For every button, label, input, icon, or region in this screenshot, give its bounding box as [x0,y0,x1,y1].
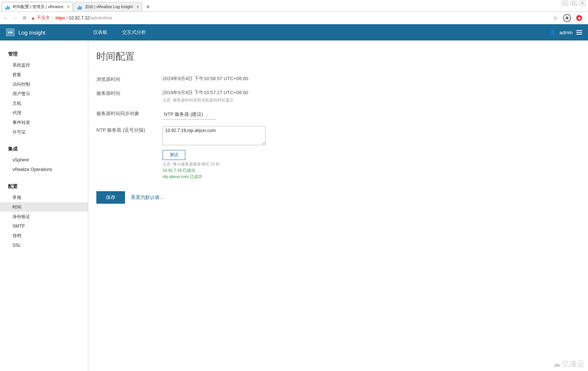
minimize-button[interactable]: — [562,1,568,6]
sidebar-item-access-control[interactable]: 访问控制 [0,79,88,89]
label-sync-target: 服务器时间同步对象 [96,110,163,117]
insecure-label: 不安全 [37,15,50,21]
reload-button[interactable]: ⟳ [23,15,26,21]
address-bar[interactable]: ▲ 不安全 | https://10.92.7.32/admin/time [31,15,548,21]
note-server-time: 注意: 服务器时间按照浏览器的时区显示 [163,97,248,103]
extension-icon[interactable]: ◆ [576,15,582,21]
save-button[interactable]: 保存 [96,191,125,204]
sidebar-section-integration: 集成 [0,143,88,155]
app-header: vm Log Insight 仪表板 交互式分析 👤 admin [0,24,588,40]
sidebar-item-license[interactable]: 许可证 [0,127,88,137]
nav-interactive-analysis[interactable]: 交互式分析 [122,29,146,36]
toolbar-right: ☆ ◆ [553,14,584,22]
dropdown-sync-target[interactable]: NTP 服务器 (建议) ⌄ [163,110,216,119]
sidebar-item-time[interactable]: 时间 [0,202,88,212]
bookmark-icon[interactable]: ☆ [553,14,558,21]
favicon-icon [78,4,83,10]
nav-dashboard[interactable]: 仪表板 [93,29,107,36]
insecure-icon: ▲ 不安全 [31,15,50,21]
sidebar-item-event-forwarding[interactable]: 事件转发 [0,118,88,127]
note-test-limit: 注意: 每台服务器最多测试 20 秒 [163,161,266,167]
sidebar-item-vsphere[interactable]: vSphere [0,155,88,165]
sidebar-item-system-monitor[interactable]: 系统监控 [0,60,88,70]
label-server-time: 服务器时间 [96,89,163,97]
close-tab-icon[interactable]: × [67,4,70,10]
sidebar: 管理 系统监控 群集 访问控制 用户警示 主机 代理 事件转发 许可证 集成 v… [0,40,88,371]
label-browser-time: 浏览器时间 [96,75,163,83]
tab-title: 启动 | vRealize Log Insight [85,4,133,10]
browser-tab-active[interactable]: 时间配置 | 管理员 | vRealize × [1,2,73,11]
browser-tabstrip: 时间配置 | 管理员 | vRealize × 启动 | vRealize Lo… [0,0,588,12]
url-scheme: https [56,15,65,21]
close-window-button[interactable]: ✕ [579,1,586,6]
url-sep: :// [65,15,69,21]
new-tab-button[interactable]: + [143,3,153,11]
value-browser-time: 2019年9月4日 下午10:58:57 UTC+08:00 [163,75,248,82]
ntp-servers-input[interactable] [163,126,266,145]
sidebar-item-archive[interactable]: 存档 [0,231,88,240]
sidebar-item-cluster[interactable]: 群集 [0,70,88,79]
sidebar-item-ssl[interactable]: SSL [0,240,88,250]
brand-logo-icon: vm [6,28,15,36]
hamburger-icon[interactable] [576,30,582,35]
reset-defaults-link[interactable]: 重置为默认值… [131,194,164,201]
test-result-2: ntp.aliyun.com 已成功 [163,174,266,179]
browser-toolbar: ← → ⟳ ▲ 不安全 | https://10.92.7.32/admin/t… [0,12,588,24]
user-icon: 👤 [550,29,556,35]
back-button[interactable]: ← [4,15,8,21]
brand-name: Log Insight [18,29,45,36]
watermark: ☁ 亿速云 [553,359,584,369]
sidebar-section-management: 管理 [0,49,88,60]
test-result-1: 10.92.7.19 已成功 [163,168,266,173]
test-button[interactable]: 测试 [163,150,185,160]
sidebar-item-auth[interactable]: 身份验证 [0,212,88,221]
tab-title: 时间配置 | 管理员 | vRealize [13,4,63,10]
dropdown-selected: NTP 服务器 (建议) [164,111,203,118]
chevron-down-icon: ⌄ [206,113,209,117]
url-host: 10.92.7.32 [69,15,90,21]
maximize-button[interactable]: ▢ [570,1,577,6]
sidebar-item-vrops[interactable]: vRealize Operations [0,165,88,174]
favicon-icon [6,4,11,10]
browser-tab-inactive[interactable]: 启动 | vRealize Log Insight × [74,2,142,11]
content-area: 管理 系统监控 群集 访问控制 用户警示 主机 代理 事件转发 许可证 集成 v… [0,40,588,371]
forward-button[interactable]: → [13,15,18,21]
url-path: /admin/time [90,15,113,21]
sidebar-item-hosts[interactable]: 主机 [0,99,88,108]
sidebar-item-agents[interactable]: 代理 [0,108,88,118]
cloud-icon: ☁ [553,359,561,369]
value-server-time: 2019年9月4日 下午10:57:27 UTC+08:00 [163,89,248,96]
profile-icon[interactable] [563,14,571,22]
sidebar-item-smtp[interactable]: SMTP [0,221,88,231]
user-menu[interactable]: 👤 admin [550,29,582,35]
watermark-text: 亿速云 [562,359,584,369]
close-tab-icon[interactable]: × [136,4,139,10]
sidebar-section-config: 配置 [0,181,88,193]
sidebar-item-general[interactable]: 常规 [0,193,88,202]
nav-buttons: ← → ⟳ [4,15,26,21]
label-ntp-servers: NTP 服务器 (逗号分隔) [96,126,163,133]
username: admin [560,30,573,35]
window-controls: — ▢ ✕ [562,1,586,6]
main-panel: 时间配置 浏览器时间 2019年9月4日 下午10:58:57 UTC+08:0… [88,40,588,371]
page-title: 时间配置 [96,50,588,63]
sidebar-item-user-alerts[interactable]: 用户警示 [0,89,88,99]
